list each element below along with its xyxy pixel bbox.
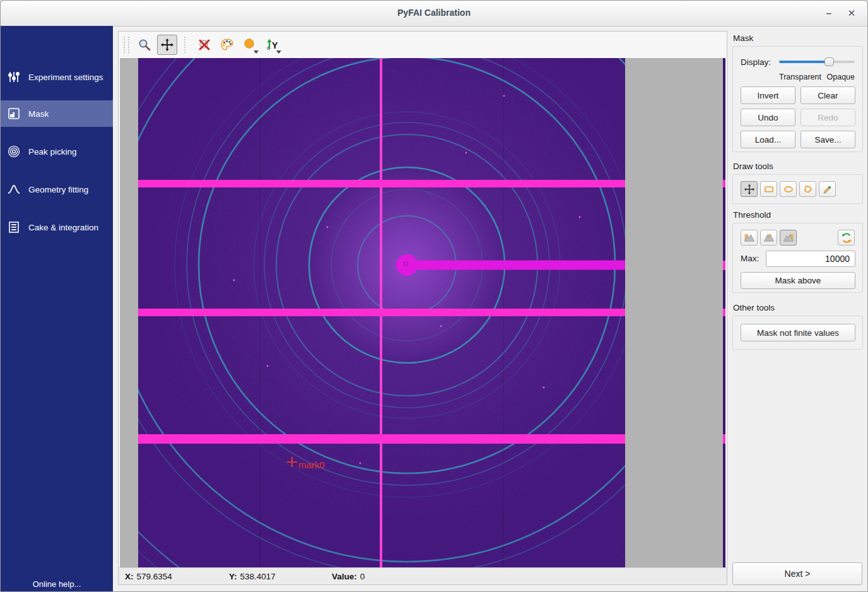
max-label: Max: (741, 254, 759, 263)
clear-button[interactable]: Clear (801, 86, 855, 104)
title-bar: PyFAI Calibration – ✕ (1, 1, 867, 27)
dropdown-arrow-icon (276, 50, 281, 54)
sidebar: Experiment settings Mask Peak picking Ge… (1, 26, 113, 592)
ellipse-tool-button[interactable] (780, 181, 797, 197)
pan-tool-button[interactable] (741, 181, 758, 197)
online-help-link[interactable]: Online help... (1, 579, 113, 589)
sidebar-item-label: Cake & integration (28, 223, 98, 232)
plot-area[interactable]: mark0 (120, 58, 725, 568)
toolbar-handle[interactable] (124, 37, 129, 53)
crosshair-disabled-icon (197, 38, 211, 52)
undo-button[interactable]: Undo (741, 109, 795, 126)
sidebar-item-geometry-fitting[interactable]: Geometry fitting (1, 176, 113, 203)
diffraction-image[interactable]: mark0 (138, 58, 625, 568)
plot-statusbar: X:579.6354 Y:538.4017 Value:0 (119, 567, 727, 584)
sidebar-item-peak-picking[interactable]: Peak picking (1, 138, 113, 165)
slider-fill (779, 61, 829, 63)
toolbar-separator (184, 37, 187, 53)
max-threshold-input[interactable] (766, 251, 855, 267)
mask-groupbox: Display: Transparent Opaque Invert Clear… (732, 46, 863, 152)
close-button[interactable]: ✕ (843, 6, 860, 21)
mask-below-threshold-button[interactable] (741, 230, 758, 246)
histogram-above-icon (783, 232, 794, 244)
colormap-palette-icon (220, 38, 234, 52)
geometry-fitting-icon (7, 182, 21, 196)
threshold-groupbox: Max: Mask above (732, 223, 863, 293)
sidebar-item-label: Geometry fitting (28, 185, 88, 194)
pencil-tool-icon (822, 184, 833, 195)
zoom-mode-button[interactable] (134, 35, 155, 55)
threshold-title: Threshold (733, 210, 771, 220)
y-axis-orientation-icon: Y 0 (266, 38, 279, 52)
sidebar-item-experiment-settings[interactable]: Experiment settings (1, 64, 113, 90)
redo-button: Redo (801, 109, 855, 126)
window-title: PyFAI Calibration (1, 8, 867, 18)
display-label: Display: (741, 57, 771, 67)
sidebar-item-cake-integration[interactable]: Cake & integration (1, 214, 113, 240)
pan-tool-icon (744, 184, 755, 195)
slider-handle[interactable] (824, 57, 834, 66)
rectangle-tool-button[interactable] (760, 181, 777, 197)
load-button[interactable]: Load... (741, 131, 795, 148)
app-window: PyFAI Calibration – ✕ Experiment setting… (0, 0, 868, 592)
minimize-button[interactable]: – (821, 6, 837, 21)
mask-color-icon (243, 38, 257, 52)
pan-mode-button[interactable] (157, 35, 177, 55)
histogram-between-icon (763, 232, 775, 244)
y-axis-orientation-button[interactable]: Y 0 (262, 35, 283, 55)
transparent-label: Transparent (779, 73, 821, 81)
pencil-tool-button[interactable] (819, 181, 836, 197)
invert-button[interactable]: Invert (741, 86, 795, 104)
polygon-tool-button[interactable] (799, 181, 816, 197)
histogram-below-icon (744, 232, 755, 244)
svg-text:Y: Y (272, 40, 278, 50)
plot-toolbar: Y 0 (119, 32, 727, 58)
mask-section-title: Mask (733, 33, 753, 43)
draw-tools-title: Draw tools (733, 162, 773, 171)
refresh-threshold-button[interactable] (838, 230, 855, 246)
mask-above-threshold-button[interactable] (780, 230, 797, 246)
svg-text:0: 0 (267, 46, 269, 50)
refresh-icon (841, 232, 852, 244)
cake-integration-icon (7, 220, 21, 234)
mask-color-button[interactable] (240, 35, 260, 55)
other-tools-groupbox: Mask not finite values (732, 316, 863, 350)
cursor-value-readout: Value:0 (332, 572, 365, 581)
sidebar-item-label: Mask (28, 109, 49, 119)
rectangle-tool-icon (763, 184, 775, 195)
next-button[interactable]: Next > (732, 562, 862, 585)
dropdown-arrow-icon (254, 50, 259, 54)
colormap-button[interactable] (217, 35, 237, 55)
mask-between-threshold-button[interactable] (760, 230, 777, 246)
sidebar-item-label: Peak picking (28, 147, 77, 157)
ellipse-tool-icon (783, 184, 794, 195)
other-tools-title: Other tools (733, 303, 775, 312)
sidebar-item-mask[interactable]: Mask (1, 100, 113, 127)
draw-tools-groupbox (732, 174, 863, 204)
sidebar-item-label: Experiment settings (28, 73, 103, 82)
cursor-y-readout: Y:538.4017 (229, 572, 332, 581)
opaque-label: Opaque (827, 73, 855, 81)
svg-text:mark0: mark0 (298, 459, 325, 470)
cursor-x-readout: X:579.6354 (125, 572, 229, 581)
save-button[interactable]: Save... (801, 131, 855, 148)
peak-picking-icon (7, 145, 21, 158)
display-slider[interactable] (779, 57, 855, 67)
crosshair-button[interactable] (194, 35, 214, 55)
pan-icon (160, 38, 174, 52)
plot-widget: Y 0 (118, 31, 727, 585)
mask-above-button[interactable]: Mask above (741, 272, 855, 289)
polygon-tool-icon (802, 184, 814, 195)
mask-icon (7, 107, 21, 121)
sliders-icon (7, 70, 21, 84)
mask-not-finite-button[interactable]: Mask not finite values (741, 324, 855, 341)
zoom-icon (138, 38, 151, 52)
image-edge-strip (723, 58, 725, 568)
